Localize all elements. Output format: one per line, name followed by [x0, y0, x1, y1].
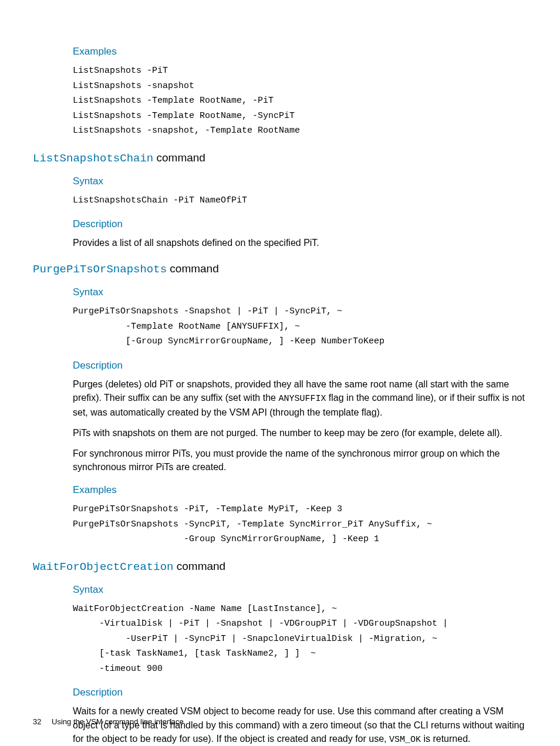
command-word: command [173, 560, 225, 572]
section-title: PurgePiTsOrSnapshots command [33, 262, 527, 276]
examples-heading: Examples [73, 484, 527, 496]
section-title: ListSnapshotsChain command [33, 151, 527, 165]
description-heading: Description [73, 218, 527, 230]
command-name: PurgePiTsOrSnapshots [33, 263, 167, 276]
code-block: PurgePiTsOrSnapshots -PiT, -Template MyP… [73, 502, 527, 547]
section-list-snapshots-examples: Examples ListSnapshots -PiT ListSnapshot… [73, 46, 527, 139]
syntax-heading: Syntax [73, 584, 527, 596]
syntax-heading: Syntax [73, 286, 527, 298]
section-purge-pits-or-snapshots: PurgePiTsOrSnapshots command Syntax Purg… [33, 262, 527, 547]
description-body: Purges (deletes) old PiT or snapshots, p… [73, 377, 527, 419]
syntax-heading: Syntax [73, 175, 527, 187]
command-word: command [167, 262, 219, 275]
code-block: PurgePiTsOrSnapshots -Snapshot | -PiT | … [73, 304, 527, 349]
code-block: ListSnapshotsChain -PiT NameOfPiT [73, 193, 527, 208]
inline-code: VSM_OK [389, 735, 421, 745]
description-body: For synchronous mirror PiTs, you must pr… [73, 447, 527, 474]
description-body: PiTs with snapshots on them are not purg… [73, 426, 527, 440]
description-heading: Description [73, 687, 527, 698]
description-body: Provides a list of all snapshots defined… [73, 236, 527, 249]
code-block: WaitForObjectCreation -Name Name [LastIn… [73, 602, 527, 677]
section-list-snapshots-chain: ListSnapshotsChain command Syntax ListSn… [33, 151, 527, 250]
chapter-title: Using the VSM command line interface [52, 717, 184, 726]
text-run: is returned. [421, 734, 470, 744]
section-title: WaitForObjectCreation command [33, 560, 527, 573]
description-heading: Description [73, 360, 527, 372]
page-footer: 32 Using the VSM command line interface [33, 717, 184, 726]
command-name: ListSnapshotsChain [33, 152, 153, 165]
inline-code: ANYSUFFIX [278, 394, 326, 404]
code-block: ListSnapshots -PiT ListSnapshots -snapsh… [73, 63, 527, 139]
command-word: command [153, 151, 205, 164]
examples-heading: Examples [73, 46, 527, 58]
command-name: WaitForObjectCreation [33, 561, 173, 573]
page-number: 32 [33, 717, 41, 726]
